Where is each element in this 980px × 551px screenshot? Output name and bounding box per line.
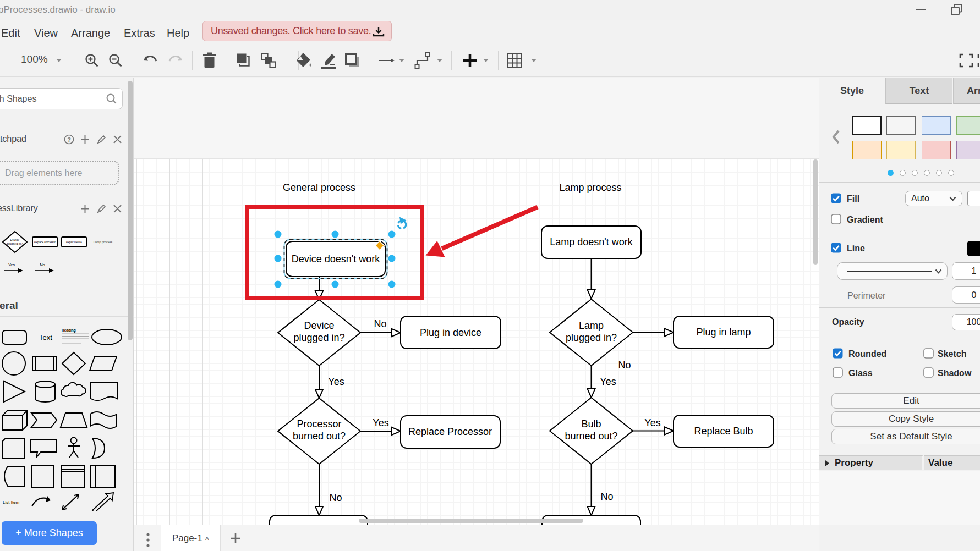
svg-text:Yes: Yes bbox=[600, 376, 616, 387]
svg-text:?: ? bbox=[67, 136, 71, 143]
svg-text:Lamp process: Lamp process bbox=[94, 240, 113, 244]
svg-text:burned out?: burned out? bbox=[565, 431, 617, 442]
svg-text:Repair Device: Repair Device bbox=[66, 241, 82, 244]
svg-text:Yes: Yes bbox=[8, 262, 15, 267]
svg-text:Device doesn't work: Device doesn't work bbox=[292, 254, 381, 265]
svg-text:Plug in lamp: Plug in lamp bbox=[696, 327, 751, 338]
svg-text:Plug in device: Plug in device bbox=[420, 327, 481, 338]
svg-text:Replace Processor: Replace Processor bbox=[34, 241, 56, 244]
svg-text:General process: General process bbox=[283, 182, 355, 193]
svg-text:No: No bbox=[374, 318, 386, 329]
svg-text:plugged in?: plugged in? bbox=[7, 242, 23, 245]
svg-text:No: No bbox=[618, 360, 631, 371]
svg-text:Yes: Yes bbox=[644, 417, 660, 428]
svg-text:burned out?: burned out? bbox=[293, 431, 346, 442]
svg-text:Lamp process: Lamp process bbox=[559, 182, 621, 193]
svg-text:Yes: Yes bbox=[373, 417, 388, 428]
svg-text:Text: Text bbox=[39, 333, 52, 341]
svg-text:Replace Processor: Replace Processor bbox=[408, 426, 492, 437]
svg-text:Lamp doesn't work: Lamp doesn't work bbox=[550, 236, 633, 247]
svg-text:List Item: List Item bbox=[3, 500, 20, 505]
svg-text:No: No bbox=[600, 491, 613, 502]
svg-text:No: No bbox=[40, 262, 45, 267]
svg-text:Bulb: Bulb bbox=[581, 418, 601, 429]
svg-text:plugged in?: plugged in? bbox=[566, 332, 617, 343]
svg-text:Device: Device bbox=[304, 320, 334, 331]
svg-text:Heading: Heading bbox=[62, 328, 76, 333]
svg-text:Device: Device bbox=[10, 238, 20, 241]
svg-text:plugged in?: plugged in? bbox=[293, 332, 344, 343]
svg-text:Processor: Processor bbox=[297, 418, 341, 429]
svg-text:No: No bbox=[329, 492, 342, 503]
svg-text:Replace Bulb: Replace Bulb bbox=[694, 426, 753, 437]
svg-text:Yes: Yes bbox=[328, 376, 344, 387]
svg-text:Lamp: Lamp bbox=[579, 320, 604, 331]
